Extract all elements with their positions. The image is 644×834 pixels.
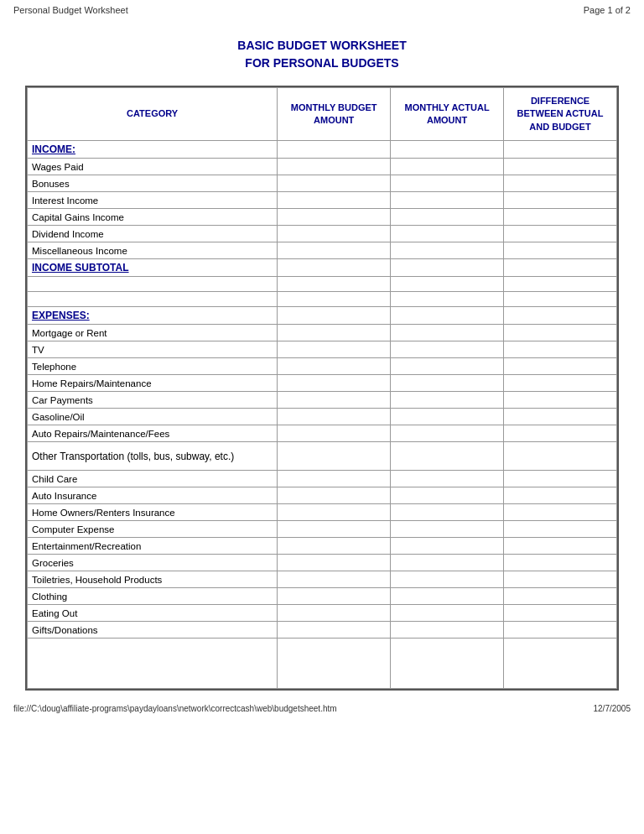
table-row: Toiletries, Household Products [28,571,617,588]
page-footer: file://C:\doug\affiliate-programs\payday… [0,699,644,718]
table-row: Computer Expense [28,521,617,538]
income-label: INCOME: [28,141,278,159]
doc-title-header: Personal Budget Worksheet [13,5,128,15]
row-car-payments: Car Payments [28,392,278,409]
title-line1: BASIC BUDGET WORKSHEET [237,39,406,52]
table-row: Car Payments [28,392,617,409]
row-wages-paid: Wages Paid [28,159,278,175]
table-row: Eating Out [28,605,617,622]
footer-url: file://C:\doug\affiliate-programs\payday… [13,704,337,713]
row-home-repairs: Home Repairs/Maintenance [28,375,278,392]
table-row: Wages Paid [28,159,617,175]
col-header-actual: MONTHLY ACTUAL AMOUNT [391,88,504,141]
table-row: Miscellaneous Income [28,242,617,259]
row-auto-insurance: Auto Insurance [28,487,278,504]
row-misc-income: Miscellaneous Income [28,242,278,259]
title-line2: FOR PERSONAL BUDGETS [245,56,398,70]
income-section-label: INCOME: [28,141,617,159]
worksheet-table-container: CATEGORY MONTHLY BUDGET AMOUNT MONTHLY A… [25,86,619,691]
row-entertainment: Entertainment/Recreation [28,538,278,555]
table-row: Bonuses [28,175,617,192]
blank-row-1 [28,639,617,689]
table-row: Dividend Income [28,226,617,242]
row-telephone: Telephone [28,358,278,375]
table-row: Home Owners/Renters Insurance [28,504,617,521]
table-row: Child Care [28,471,617,487]
table-row: TV [28,341,617,358]
spacer-row-2 [28,292,617,307]
footer-date: 12/7/2005 [594,704,631,713]
row-dividend-income: Dividend Income [28,226,278,242]
row-other-transport: Other Transportation (tolls, bus, subway… [28,442,278,471]
row-computer: Computer Expense [28,521,278,538]
page-number: Page 1 of 2 [584,5,631,15]
table-row: Auto Insurance [28,487,617,504]
row-tv: TV [28,341,278,358]
table-row: Capital Gains Income [28,209,617,226]
expenses-section-label: EXPENSES: [28,307,617,325]
spacer-row-1 [28,277,617,292]
row-auto-repairs: Auto Repairs/Maintenance/Fees [28,425,278,442]
table-row: Interest Income [28,192,617,209]
worksheet-title: BASIC BUDGET WORKSHEET FOR PERSONAL BUDG… [0,37,644,72]
col-header-difference: DIFFERENCE BETWEEN ACTUAL AND BUDGET [504,88,617,141]
income-subtotal-row: INCOME SUBTOTAL [28,259,617,277]
table-row: Groceries [28,555,617,571]
income-subtotal-label: INCOME SUBTOTAL [28,259,278,277]
table-row: Entertainment/Recreation [28,538,617,555]
table-row: Mortgage or Rent [28,325,617,341]
row-toiletries: Toiletries, Household Products [28,571,278,588]
table-row: Home Repairs/Maintenance [28,375,617,392]
row-groceries: Groceries [28,555,278,571]
row-gifts: Gifts/Donations [28,622,278,639]
col-header-budget: MONTHLY BUDGET AMOUNT [278,88,391,141]
row-child-care: Child Care [28,471,278,487]
row-interest-income: Interest Income [28,192,278,209]
row-eating-out: Eating Out [28,605,278,622]
table-row: Other Transportation (tolls, bus, subway… [28,442,617,471]
table-row: Telephone [28,358,617,375]
col-header-category: CATEGORY [28,88,278,141]
table-row: Gasoline/Oil [28,409,617,425]
row-capital-gains: Capital Gains Income [28,209,278,226]
row-bonuses: Bonuses [28,175,278,192]
row-mortgage: Mortgage or Rent [28,325,278,341]
expenses-label: EXPENSES: [28,307,278,325]
row-home-owners-insurance: Home Owners/Renters Insurance [28,504,278,521]
table-row: Gifts/Donations [28,622,617,639]
table-row: Auto Repairs/Maintenance/Fees [28,425,617,442]
table-row: Clothing [28,588,617,605]
row-clothing: Clothing [28,588,278,605]
row-gasoline: Gasoline/Oil [28,409,278,425]
budget-table: CATEGORY MONTHLY BUDGET AMOUNT MONTHLY A… [27,87,617,689]
